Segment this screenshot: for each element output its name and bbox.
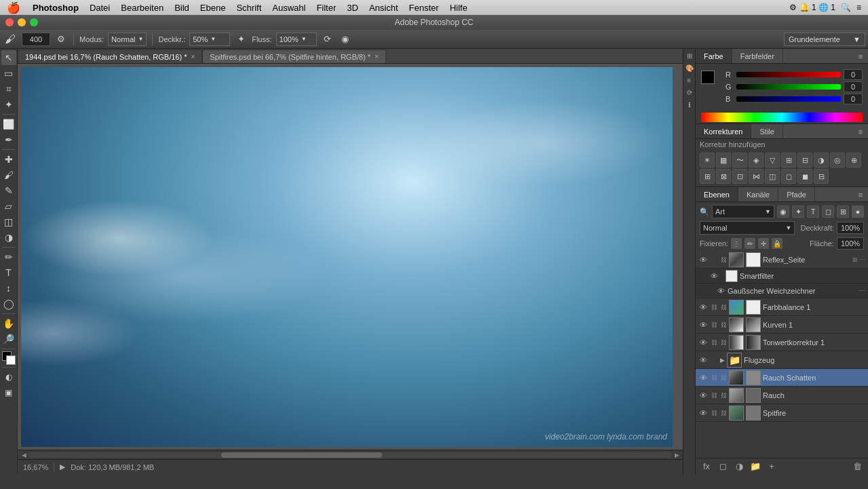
scroll-left-arrow[interactable]: ◀ xyxy=(19,450,29,460)
layer-list[interactable]: 👁 ⛓ Reflex_Seite ⊞ ⋯ 👁 Smartf xyxy=(696,251,868,458)
korrekturen-tab[interactable]: Korrekturen xyxy=(696,124,751,138)
tab-spitfires-close[interactable]: × xyxy=(375,53,379,60)
brush-toggle-icon[interactable]: ⟳ xyxy=(321,33,335,46)
color-spectrum[interactable] xyxy=(701,113,863,122)
maximize-button[interactable] xyxy=(30,18,38,26)
menu-schrift[interactable]: Schrift xyxy=(231,3,267,13)
layer-item-farbbal[interactable]: 👁 ⛓ ⛓ Farbbalance 1 xyxy=(696,298,868,316)
canvas-scroll-area[interactable]: video2brain.com lynda.com brand xyxy=(18,64,683,450)
layer-subitem-smartfilter[interactable]: 👁 Smartfilter xyxy=(696,269,868,283)
layer-item-spitfire[interactable]: 👁 ⛓ ⛓ Spitfire xyxy=(696,404,868,422)
panel-layer-icon[interactable]: ≡ xyxy=(684,75,695,85)
menu-datei[interactable]: Datei xyxy=(84,3,115,13)
color-picker[interactable] xyxy=(2,351,16,365)
clone-stamp-tool[interactable]: ✎ xyxy=(1,183,16,198)
fluss-dropdown[interactable]: 100% ▼ xyxy=(276,33,317,46)
layer-filter-shape-icon[interactable]: ◻ xyxy=(822,206,834,218)
healing-brush-tool[interactable]: ✚ xyxy=(1,152,16,167)
korr-curves-icon[interactable]: 〜 xyxy=(732,153,747,168)
panel-history-icon[interactable]: ⟳ xyxy=(684,87,695,98)
tab-1944-close[interactable]: × xyxy=(191,53,195,60)
korr-invert-icon[interactable]: ⊠ xyxy=(716,169,731,184)
korr-bw-icon[interactable]: ◑ xyxy=(814,153,829,168)
marquee-tool[interactable]: ▭ xyxy=(1,66,16,81)
type-tool[interactable]: T xyxy=(1,265,16,280)
ebenen-options[interactable]: ≡ xyxy=(853,187,868,201)
r-value[interactable]: 0 xyxy=(844,69,863,80)
apple-menu[interactable]: 🍎 xyxy=(0,1,27,14)
brush-pressure-icon[interactable]: ◉ xyxy=(339,33,352,46)
layer-item-rauch[interactable]: 👁 ⛓ ⛓ Rauch xyxy=(696,387,868,404)
close-button[interactable] xyxy=(5,18,14,26)
layer-group-icon[interactable]: 📁 xyxy=(749,460,762,473)
tab-1944[interactable]: 1944.psd bei 16,7% (Rauch Schatten, RGB/… xyxy=(18,50,202,63)
stile-tab[interactable]: Stile xyxy=(751,124,782,138)
korr-brightness-icon[interactable]: ☀ xyxy=(700,153,715,168)
korr-levels-icon[interactable]: ▦ xyxy=(716,153,731,168)
b-slider[interactable] xyxy=(736,96,841,102)
korr-selective2-icon[interactable]: ◼ xyxy=(797,169,812,184)
brush-size-box[interactable]: 400 xyxy=(22,33,50,46)
g-slider[interactable] xyxy=(736,84,841,90)
r-slider[interactable] xyxy=(736,72,841,77)
layer-adj-add-icon[interactable]: ◑ xyxy=(732,460,746,473)
b-value[interactable]: 0 xyxy=(844,94,863,104)
fix-brush-icon[interactable]: ✏ xyxy=(744,238,755,249)
layer-delete-icon[interactable]: 🗑 xyxy=(850,460,864,473)
search-icon[interactable]: 🔍 xyxy=(841,3,851,12)
ebenen-tab[interactable]: Ebenen xyxy=(696,187,738,201)
panel-arrange-icon[interactable]: ⊞ xyxy=(684,50,695,61)
swatches-tab[interactable]: Farbfelder xyxy=(732,49,783,63)
menu-bild[interactable]: Bild xyxy=(169,3,195,13)
eraser-tool[interactable]: ▱ xyxy=(1,199,16,214)
shape-tool[interactable]: ◯ xyxy=(1,296,16,311)
layer-filter-px-icon[interactable]: ◉ xyxy=(777,206,789,218)
menu-auswahl[interactable]: Auswahl xyxy=(267,3,311,13)
korr-hue-icon[interactable]: ⊞ xyxy=(781,153,796,168)
korr-colorbal-icon[interactable]: ⊟ xyxy=(797,153,812,168)
korr-mixer-icon[interactable]: ⊕ xyxy=(846,153,861,168)
move-tool[interactable]: ↖ xyxy=(1,50,16,65)
path-selection-tool[interactable]: ↕ xyxy=(1,281,16,296)
g-value[interactable]: 0 xyxy=(844,81,863,92)
fix-transparent-icon[interactable]: ⋮ xyxy=(731,238,742,249)
layer-vis-tonwert[interactable]: 👁 xyxy=(698,338,708,347)
layer-item-kurven[interactable]: 👁 ⛓ ⛓ Kurven 1 xyxy=(696,316,868,334)
layer-vis-farbbal[interactable]: 👁 xyxy=(698,302,708,312)
color-tab[interactable]: Farbe xyxy=(696,49,732,63)
korr-posterize-icon[interactable]: ⊡ xyxy=(732,169,747,184)
layer-filter-smart-icon[interactable]: ⊞ xyxy=(837,206,849,218)
pfade-tab[interactable]: Pfade xyxy=(778,187,815,201)
layer-filter-type-icon[interactable]: T xyxy=(807,206,819,218)
dodge-tool[interactable]: ◑ xyxy=(1,230,16,245)
korr-triangle-icon[interactable]: ▽ xyxy=(765,153,780,168)
screen-mode-icon[interactable]: ▣ xyxy=(1,385,16,400)
h-scroll-thumb[interactable] xyxy=(221,452,382,458)
tab-spitfires[interactable]: Spitfires.psd bei 66,7% (Spitfire hinten… xyxy=(202,50,385,63)
layer-item-flugzeug[interactable]: 👁 ▶ 📁 Flugzeug xyxy=(696,351,868,369)
crop-tool[interactable]: ⬜ xyxy=(1,117,16,132)
minimize-button[interactable] xyxy=(18,18,26,26)
layer-vis-kurven[interactable]: 👁 xyxy=(698,320,708,330)
korr-threshold-icon[interactable]: ⋈ xyxy=(749,169,763,184)
fix-lock-icon[interactable]: 🔒 xyxy=(772,238,782,249)
layer-vis-rauch-schatten[interactable]: 👁 xyxy=(698,373,708,383)
quick-mask-icon[interactable]: ◐ xyxy=(1,370,16,385)
layer-vis-reflex[interactable]: 👁 xyxy=(698,255,708,265)
layer-filter-toggle[interactable]: ● xyxy=(852,206,864,218)
fix-position-icon[interactable]: ✛ xyxy=(758,238,769,249)
layer-item-reflex[interactable]: 👁 ⛓ Reflex_Seite ⊞ ⋯ xyxy=(696,251,868,269)
lasso-tool[interactable]: ⌗ xyxy=(1,81,16,96)
h-scroll-track[interactable] xyxy=(29,452,672,458)
korr-selective-icon[interactable]: ◻ xyxy=(781,169,796,184)
layer-vis-gauss[interactable]: 👁 xyxy=(716,286,725,296)
deckkraft-value[interactable]: 100% xyxy=(837,222,864,234)
korr-exposure-icon[interactable]: ◈ xyxy=(749,153,763,168)
layer-fx-icon[interactable]: fx xyxy=(700,460,713,473)
layer-item-rauch-schatten[interactable]: 👁 ⛓ ⛓ Rauch Schatten xyxy=(696,369,868,387)
panel-info-icon[interactable]: ℹ xyxy=(684,99,695,110)
korr-grid-icon[interactable]: ⊞ xyxy=(700,169,715,184)
menu-extra-icon[interactable]: ≡ xyxy=(856,3,861,12)
layer-vis-spitfire[interactable]: 👁 xyxy=(698,408,708,418)
h-scrollbar[interactable]: ◀ ▶ xyxy=(18,450,683,459)
